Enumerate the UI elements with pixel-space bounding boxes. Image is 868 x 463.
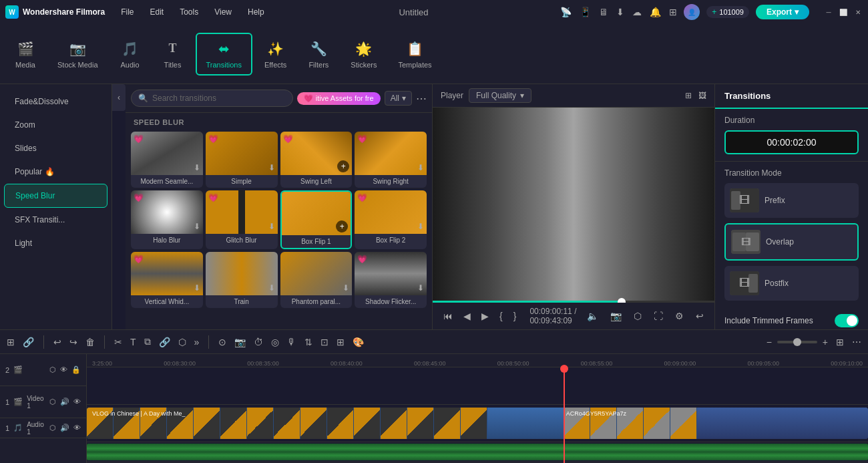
toolbar-templates[interactable]: 📋 Templates [389,34,441,74]
extract-audio-icon[interactable]: 🔈 [584,309,601,323]
tl-grid-view-icon[interactable]: ⊞ [835,335,845,349]
pip-icon[interactable]: ⬡ [631,309,644,323]
sidebar-item-sfx[interactable]: SFX Transiti... [4,208,107,231]
cloud-icon[interactable]: ☁ [632,7,642,17]
audio-wave-strip[interactable] [87,444,868,460]
mode-overlap[interactable]: 🎞 Overlap [724,223,859,261]
transition-box1[interactable]: + Box Flip 1 [280,190,353,249]
video-clip-2[interactable]: ACRo4GY5R5YAPa7z [564,408,868,439]
transition-simple[interactable]: 💗 ⬇ Simple [206,132,278,188]
apps-icon[interactable]: ⊞ [669,7,677,17]
transition-modern[interactable]: 💗 ⬇ Modern Seamle... [131,132,203,188]
sidebar-item-popular[interactable]: Popular 🔥 [4,160,107,183]
sidebar-item-slides[interactable]: Slides [4,137,107,160]
fullscreen-icon[interactable]: ⛶ [651,309,666,323]
tl-effects-icon[interactable]: ⊙ [217,335,228,349]
menu-help[interactable]: Help [245,6,267,18]
export-button[interactable]: Export ▾ [756,5,809,19]
tl-split-icon[interactable]: ⊡ [319,335,330,349]
toolbar-transitions[interactable]: ⬌ Transitions [196,33,252,75]
tl-more-icon[interactable]: » [193,335,201,349]
transition-train[interactable]: ⬇ Train [206,252,278,308]
filter-all-dropdown[interactable]: All ▾ [385,91,412,106]
sidebar-item-light[interactable]: Light [4,232,107,255]
mode-postfix[interactable]: 🎞 Postfix [724,266,859,301]
sidebar-item-zoom[interactable]: Zoom [4,114,107,136]
menu-tools[interactable]: Tools [177,6,201,18]
close-button[interactable]: ✕ [853,7,863,17]
v2-eye-icon[interactable]: 👁 [60,365,67,374]
transition-shadow[interactable]: 💗 ⬇ Shadow Flicker... [355,252,427,308]
tl-text-icon[interactable]: T [129,335,138,349]
transition-phantom[interactable]: ⬇ Phantom paral... [280,252,353,308]
quality-dropdown[interactable]: Full Quality ▾ [469,88,531,103]
out-point-button[interactable]: } [511,309,519,323]
snapshot-icon[interactable]: 📷 [608,309,624,323]
tl-link-icon[interactable]: 🔗 [158,335,172,349]
playhead[interactable] [564,367,565,463]
sidebar-collapse-button[interactable]: ‹ [112,84,126,111]
sidebar-item-fade[interactable]: Fade&Dissolve [4,90,107,113]
v2-lock-icon[interactable]: 🔒 [71,365,81,374]
grid-icon[interactable]: ⊞ [685,91,692,100]
settings-icon[interactable]: ⚙ [672,309,686,323]
tl-audio-icon[interactable]: 🎙 [286,335,298,349]
tl-speed-icon[interactable]: ⏱ [252,335,264,349]
toolbar-stickers[interactable]: 🌟 Stickers [341,34,386,74]
tl-copy-icon[interactable]: ⧉ [143,335,152,349]
trimmed-toggle[interactable] [835,314,859,327]
tl-cut-icon[interactable]: ✂ [113,335,124,349]
mode-prefix[interactable]: 🎞 Prefix [724,183,859,218]
duration-input[interactable] [724,130,859,154]
search-box[interactable]: 🔍 Search transitions [131,90,293,107]
toolbar-media[interactable]: 🎬 Media [5,34,45,74]
download-icon[interactable]: ⬇ [616,7,624,17]
tl-color-icon[interactable]: 🎨 [351,335,365,349]
prev-icon2[interactable]: ↩ [693,309,706,323]
a1-mute-icon[interactable]: 🔊 [60,424,69,432]
phone-icon[interactable]: 📱 [580,7,591,17]
maximize-button[interactable]: ⬜ [839,7,848,17]
menu-file[interactable]: File [118,6,136,18]
tl-mix-icon[interactable]: ⇅ [303,335,314,349]
tl-magnet-icon[interactable]: 🔗 [21,335,35,349]
v1-eye-icon[interactable]: 👁 [73,398,81,406]
photo-icon[interactable]: 🖼 [698,91,706,100]
v1-audio-icon[interactable]: 🔊 [60,398,69,406]
menu-edit[interactable]: Edit [147,6,166,18]
monitor-icon[interactable]: 🖥 [599,7,608,17]
tl-delete-icon[interactable]: 🗑 [84,335,96,349]
tl-multi-icon[interactable]: ⊞ [335,335,346,349]
a1-eye-icon[interactable]: 👁 [73,424,81,432]
tl-redo-icon[interactable]: ↪ [68,335,79,349]
zoom-slider[interactable] [777,341,817,343]
prev-button[interactable]: ◀ [461,309,473,323]
minimize-button[interactable]: ─ [824,7,833,17]
video-progress-handle[interactable] [618,298,626,303]
play-button[interactable]: ▶ [479,309,491,323]
transition-halo[interactable]: 💗 ⬇ Halo Blur [131,190,203,249]
a1-split-icon[interactable]: ⬡ [49,424,56,432]
tl-motion-icon[interactable]: 📷 [233,335,247,349]
tl-layout-icon[interactable]: ⊞ [5,335,16,349]
bell-icon[interactable]: 🔔 [650,7,661,17]
tl-more2-icon[interactable]: ⋯ [851,335,863,349]
sidebar-item-speedblur[interactable]: Speed Blur [4,184,107,208]
toolbar-filters[interactable]: 🔧 Filters [298,34,339,74]
transition-box2[interactable]: 💗 ⬇ Box Flip 2 [355,190,427,249]
in-point-button[interactable]: { [497,309,505,323]
tl-undo-icon[interactable]: ↩ [52,335,63,349]
prev-frame-button[interactable]: ⏮ [441,309,455,323]
transition-glitch[interactable]: 💗 ⬇ Glitch Blur [206,190,278,249]
premium-badge[interactable]: 💗 itive Assets for fre [297,92,381,105]
v2-split-icon[interactable]: ⬡ [49,365,56,374]
more-options-button[interactable]: ⋯ [416,92,427,105]
transition-vertical[interactable]: 💗 ⬇ Vertical Whid... [131,252,203,308]
toolbar-audio[interactable]: 🎵 Audio [110,34,150,74]
transition-swing-left[interactable]: 💗 + Swing Left [280,132,353,188]
tl-stabilize-icon[interactable]: ◎ [270,335,280,349]
avatar[interactable]: 👤 [684,4,700,20]
video-progress-bar[interactable] [433,301,714,303]
wifi-icon[interactable]: 📡 [560,7,572,17]
v1-split-icon[interactable]: ⬡ [49,398,56,406]
